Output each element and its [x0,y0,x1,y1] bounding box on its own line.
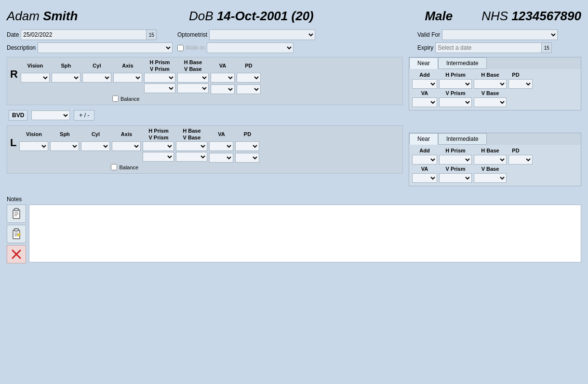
ni-bot-pd-select[interactable] [508,155,533,165]
l-va-header: VA [209,131,233,137]
ni-top-hprism-select[interactable] [439,79,472,89]
notes-delete-button[interactable] [7,245,26,263]
r-axis-select[interactable] [113,73,142,82]
l-hprism-select[interactable] [143,141,174,151]
r-vbase-header: V Base [177,66,209,72]
ni-top-vprism-select[interactable] [439,97,472,107]
l-vision-select[interactable] [19,141,48,151]
l-pd-select[interactable] [235,141,259,151]
ni-top-va-header: VA [412,90,437,96]
r-cyl-select[interactable] [82,73,111,82]
r-pd2-select[interactable] [237,84,261,94]
expiry-calendar-button[interactable]: 15 [541,42,552,53]
r-hprism-header: H Prism [144,59,175,65]
l-vprism-select[interactable] [143,152,174,162]
r-vprism-select[interactable] [144,83,175,93]
intermediate-tab-top[interactable]: Intermediate [438,57,487,69]
date-calendar-button[interactable]: 15 [146,29,157,40]
patient-nhs: NHS 1234567890 [481,9,581,24]
ni-bot-hprism-select[interactable] [439,155,472,165]
l-axis-header: Axis [112,131,141,137]
r-pd-select[interactable] [237,73,261,82]
optometrist-label: Optometrist [177,31,207,38]
r-axis-header: Axis [113,63,142,69]
date-field-wrapper: 15 [21,29,157,40]
l-label: L [10,128,16,148]
ni-top-vprism-header: V Prism [439,90,472,96]
r-vbase-select[interactable] [177,83,209,93]
l-vprism-header: V Prism [143,135,174,140]
r-sph-select[interactable] [52,73,80,82]
l-va-select[interactable] [209,141,233,151]
ni-top-hprism-header: H Prism [439,72,472,78]
plus-minus-button[interactable]: + / - [74,110,94,121]
r-hbase-select[interactable] [177,73,209,82]
r-sph-header: Sph [52,63,80,69]
notes-edit-button[interactable] [7,225,26,243]
l-vbase-header: V Base [176,135,207,140]
r-hprism-select[interactable] [144,73,175,82]
l-sph-select[interactable] [50,141,79,151]
l-axis-select[interactable] [112,141,141,151]
ni-bot-vbase-select[interactable] [474,173,507,183]
notes-textarea[interactable] [29,205,581,262]
expiry-input[interactable] [435,42,541,53]
l-sph-header: Sph [50,131,79,137]
date-label: Date [7,31,19,38]
ni-bot-add-select[interactable] [412,155,437,165]
ni-top-pd-select[interactable] [508,79,533,89]
ni-top-pd-header: PD [508,72,523,78]
r-va-header: VA [211,63,235,69]
near-tab-bottom[interactable]: Near [409,133,438,145]
r-vision-header: Vision [21,63,50,69]
l-pd2-select[interactable] [235,153,259,163]
l-cyl-select[interactable] [81,141,110,151]
optometrist-select[interactable] [209,29,315,40]
l-balance-label: Balance [119,165,138,170]
l-hprism-header: H Prism [143,128,174,134]
ni-bot-hprism-header: H Prism [439,148,472,153]
ni-bot-va-header: VA [412,166,437,172]
valid-for-label: Valid For [417,31,440,38]
ni-bot-hbase-select[interactable] [474,155,507,165]
expiry-label: Expiry [417,44,433,51]
ni-bot-vprism-header: V Prism [439,166,472,172]
ni-top-hbase-header: H Base [474,72,507,78]
l-balance-checkbox[interactable] [111,164,117,170]
ni-top-vbase-select[interactable] [474,97,507,107]
description-select[interactable] [38,42,173,53]
near-tab-top[interactable]: Near [409,57,438,69]
notes-buttons [7,205,26,263]
svg-rect-6 [14,229,18,231]
bvd-label: BVD [9,110,27,121]
walk-in-select[interactable] [207,42,294,53]
valid-for-select[interactable] [442,29,558,40]
bvd-select[interactable] [31,110,70,120]
r-va2-select[interactable] [211,84,235,94]
ni-top-va-select[interactable] [412,97,437,107]
r-vprism-header: V Prism [144,66,175,72]
r-balance-checkbox[interactable] [112,96,119,102]
r-va-select[interactable] [211,73,235,82]
notes-label: Notes [7,196,581,203]
ni-top-hbase-select[interactable] [474,79,507,89]
l-vbase-select[interactable] [176,152,207,162]
r-vision-select[interactable] [21,73,50,82]
l-cyl-header: Cyl [81,131,110,137]
ni-bot-hbase-header: H Base [474,148,507,153]
l-hbase-select[interactable] [176,141,207,151]
r-pd-header: PD [237,63,261,69]
r-hbase-header: H Base [177,59,209,65]
notes-copy-button[interactable] [7,205,26,223]
walk-in-checkbox[interactable] [177,45,184,51]
l-pd-header: PD [235,131,259,137]
ni-top-add-select[interactable] [412,79,437,89]
ni-bot-va-select[interactable] [412,173,437,183]
intermediate-tab-bottom[interactable]: Intermediate [438,133,487,145]
svg-rect-1 [14,208,18,211]
l-va2-select[interactable] [209,153,233,163]
date-input[interactable] [21,29,146,40]
ni-bot-vprism-select[interactable] [439,173,472,183]
ni-bot-vbase-header: V Base [474,166,507,172]
r-cyl-header: Cyl [82,63,111,69]
